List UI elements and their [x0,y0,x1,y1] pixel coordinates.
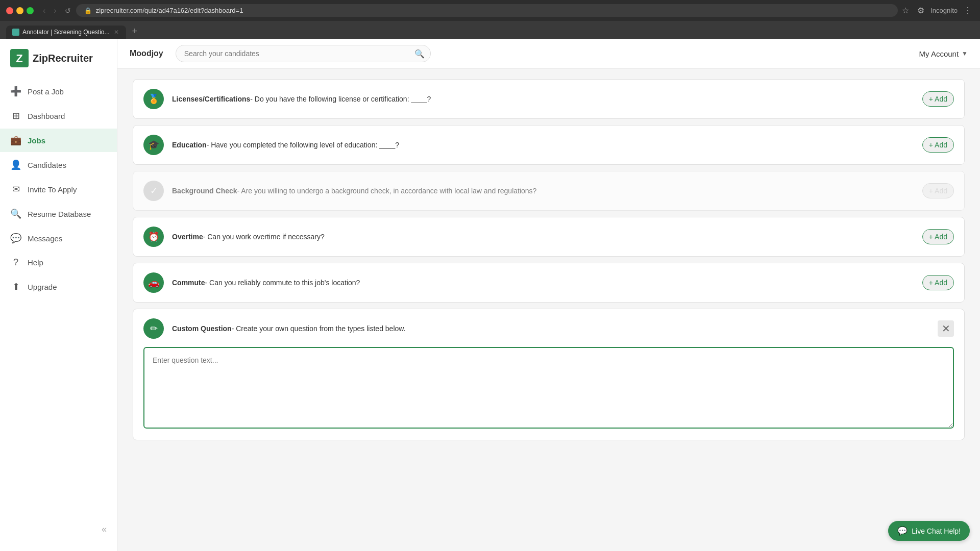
overtime-title: Overtime [172,233,203,241]
browser-chrome: ‹ › ↺ 🔒 ziprecruiter.com/quiz/ad47a162/e… [0,0,980,21]
sidebar-item-label: Upgrade [28,283,57,291]
question-card-commute: 🚗 Commute- Can you reliably commute to t… [133,263,965,303]
search-icon: 🔍 [414,49,425,59]
live-chat-label: Live Chat Help! [912,527,961,535]
sidebar-item-label: Dashboard [28,112,65,120]
topbar: Moodjoy 🔍 My Account ▼ [117,39,980,69]
extensions-button[interactable]: ⚙ [915,5,926,16]
chat-icon: 💬 [897,526,908,536]
my-account-button[interactable]: My Account ▼ [919,49,968,58]
window-close-button[interactable] [6,7,13,14]
main-content: 🏅 Licenses/Certifications- Do you have t… [117,69,980,551]
search-bar: 🔍 [176,45,431,62]
url-text: ziprecruiter.com/quiz/ad47a162/edit?dash… [96,7,243,14]
commute-text: Commute- Can you reliably commute to thi… [172,279,914,287]
overtime-text: Overtime- Can you work overtime if neces… [172,233,914,241]
svg-text:Z: Z [16,52,22,65]
sidebar-item-label: Messages [28,234,62,243]
background-add-button: + Add [922,183,954,198]
sidebar-item-candidates[interactable]: 👤 Candidates [0,153,117,177]
sidebar-item-label: Invite To Apply [28,185,77,194]
live-chat-button[interactable]: 💬 Live Chat Help! [888,521,970,541]
tab-favicon [12,29,19,36]
education-add-button[interactable]: + Add [922,137,954,153]
sidebar: Z ZipRecruiter ➕ Post a Job ⊞ Dashboard … [0,39,117,551]
logo-area: Z ZipRecruiter [0,49,117,80]
sidebar-item-label: Jobs [28,136,45,145]
resume-database-icon: 🔍 [10,208,21,219]
custom-question-close-button[interactable]: ✕ [938,320,954,337]
search-input[interactable] [176,45,431,62]
upgrade-icon: ⬆ [10,281,21,292]
invite-icon: ✉ [10,184,21,195]
browser-actions: ☆ ⚙ Incognito ⋮ [900,5,974,16]
company-name: Moodjoy [130,49,163,58]
sidebar-item-jobs[interactable]: 💼 Jobs [0,129,117,152]
active-tab[interactable]: Annotator | Screening Questio... ✕ [6,26,126,39]
incognito-label: Incognito [930,7,958,14]
commute-icon: 🚗 [143,272,164,293]
education-text: Education- Have you completed the follow… [172,141,914,149]
background-description: - Are you willing to undergo a backgroun… [237,187,537,195]
my-account-label: My Account [919,49,959,58]
licenses-title: Licenses/Certifications [172,95,250,103]
menu-button[interactable]: ⋮ [962,5,974,16]
overtime-add-button[interactable]: + Add [922,229,954,244]
question-card-education: 🎓 Education- Have you completed the foll… [133,125,965,165]
post-a-job-icon: ➕ [10,86,21,97]
sidebar-item-upgrade[interactable]: ⬆ Upgrade [0,275,117,298]
messages-icon: 💬 [10,233,21,244]
custom-question-card: ✏ Custom Question- Create your own quest… [133,309,965,440]
sidebar-item-label: Candidates [28,161,66,169]
bookmark-button[interactable]: ☆ [900,5,911,16]
background-text: Background Check- Are you willing to und… [172,187,914,195]
candidates-icon: 👤 [10,159,21,170]
licenses-add-button[interactable]: + Add [922,91,954,107]
lock-icon: 🔒 [84,7,92,14]
window-controls[interactable] [6,7,34,14]
custom-question-description: - Create your own question from the type… [232,324,406,333]
education-title: Education [172,141,207,149]
sidebar-item-messages[interactable]: 💬 Messages [0,227,117,250]
licenses-description: - Do you have the following license or c… [250,95,431,103]
commute-add-button[interactable]: + Add [922,275,954,290]
ziprecruiter-logo-icon: Z [10,49,29,67]
sidebar-item-label: Post a Job [28,87,64,96]
custom-card-header: ✏ Custom Question- Create your own quest… [143,318,954,339]
sidebar-item-help[interactable]: ? Help [0,251,117,274]
sidebar-item-label: Resume Database [28,210,91,218]
sidebar-item-post-a-job[interactable]: ➕ Post a Job [0,80,117,103]
licenses-text: Licenses/Certifications- Do you have the… [172,95,914,103]
sidebar-item-resume-database[interactable]: 🔍 Resume Database [0,202,117,226]
address-bar[interactable]: 🔒 ziprecruiter.com/quiz/ad47a162/edit?da… [76,4,898,17]
window-maximize-button[interactable] [27,7,34,14]
dashboard-icon: ⊞ [10,110,21,121]
back-button[interactable]: ‹ [40,5,48,16]
education-icon: 🎓 [143,135,164,155]
sidebar-item-label: Help [28,258,43,267]
commute-description: - Can you reliably commute to this job's… [205,279,360,287]
sidebar-navigation: ➕ Post a Job ⊞ Dashboard 💼 Jobs 👤 Candid… [0,80,117,518]
custom-question-text: Custom Question- Create your own questio… [172,324,929,333]
custom-question-textarea[interactable] [143,347,954,429]
forward-button[interactable]: › [51,5,59,16]
education-description: - Have you completed the following level… [207,141,399,149]
window-minimize-button[interactable] [16,7,23,14]
question-card-overtime: ⏰ Overtime- Can you work overtime if nec… [133,217,965,257]
chevron-down-icon: ▼ [962,50,968,57]
tab-bar: ‹ › ↺ 🔒 ziprecruiter.com/quiz/ad47a162/e… [6,4,974,17]
jobs-icon: 💼 [10,135,21,146]
custom-question-title: Custom Question [172,324,232,333]
logo-text: ZipRecruiter [33,53,93,64]
sidebar-item-invite-to-apply[interactable]: ✉ Invite To Apply [0,178,117,201]
background-title: Background Check [172,187,237,195]
refresh-button[interactable]: ↺ [62,6,74,16]
sidebar-collapse-button[interactable]: « [0,518,117,541]
tab-title: Annotator | Screening Questio... [22,29,110,36]
question-card-background: ✓ Background Check- Are you willing to u… [133,171,965,211]
help-icon: ? [10,257,21,268]
new-tab-button[interactable]: + [128,24,142,39]
sidebar-item-dashboard[interactable]: ⊞ Dashboard [0,104,117,128]
tab-close-button[interactable]: ✕ [113,29,120,36]
overtime-description: - Can you work overtime if necessary? [203,233,325,241]
